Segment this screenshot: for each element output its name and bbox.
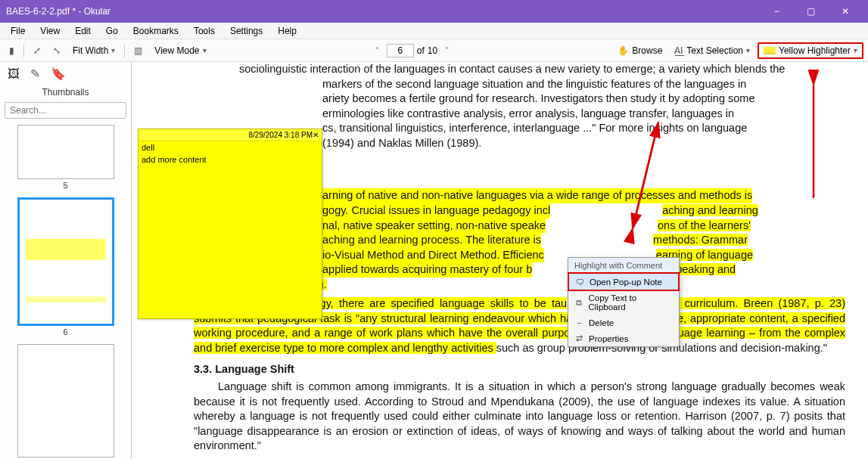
maximize-button[interactable]: ▢ — [794, 0, 828, 23]
zoom-in-button[interactable]: ⤡ — [48, 43, 65, 58]
chevron-up-icon: ˄ — [375, 46, 379, 54]
zoom-in-icon: ⤡ — [53, 45, 61, 56]
browse-tool-button[interactable]: ✋ Browse — [613, 43, 667, 58]
menu-tools[interactable]: Tools — [186, 24, 222, 38]
titlebar: BAES-6-2-2.pdf * - Okular − ▢ ✕ — [0, 0, 868, 23]
context-menu-title: Highlight with Comment — [568, 258, 679, 273]
panel-icon: ▮ — [9, 45, 14, 56]
menu-file[interactable]: File — [3, 24, 33, 38]
bookmark-icon: 🔖 — [51, 67, 66, 80]
heading-3-3: 3.3. Language Shift — [194, 362, 845, 377]
note-author: dell — [138, 141, 322, 154]
hand-icon: ✋ — [618, 45, 629, 56]
menu-settings[interactable]: Settings — [222, 24, 270, 38]
sidebar-tabs: 🖼 ✎ 🔖 — [0, 62, 131, 85]
prev-page-button[interactable]: ˄ — [371, 44, 384, 57]
note-close-button[interactable]: ✕ — [313, 131, 319, 139]
toolbar: ▮ ⤢ ⤡ Fit Width ▾ ▥ View Mode ▾ ˄ of 10 … — [0, 39, 868, 62]
context-properties[interactable]: ⇄ Properties — [568, 330, 679, 346]
browse-label: Browse — [632, 45, 662, 56]
highlighter-tool-button[interactable]: Yellow Highlighter ▾ — [758, 42, 863, 59]
thumbnails-icon: 🖼 — [8, 67, 20, 80]
view-mode-dropdown[interactable]: View Mode ▾ — [150, 43, 210, 58]
note-body[interactable]: add more content — [138, 154, 322, 166]
chevron-down-icon: ▾ — [203, 46, 207, 54]
view-mode-icon: ▥ — [134, 45, 142, 56]
chevron-down-icon: ˅ — [445, 46, 449, 54]
highlighter-swatch-icon — [764, 47, 776, 54]
thumbnail-label: 6 — [5, 327, 126, 336]
next-page-button[interactable]: ˅ — [440, 44, 453, 57]
context-open-popup-note[interactable]: 🗨 Open Pop-up Note — [568, 272, 680, 291]
text-selection-icon: A̲I̲ — [674, 45, 683, 56]
sidebar-title: Thumbnails — [0, 85, 131, 102]
menu-edit[interactable]: Edit — [67, 24, 98, 38]
context-copy-text[interactable]: ⧉ Copy Text to Clipboard — [568, 290, 679, 315]
menu-bar: File View Edit Go Bookmarks Tools Settin… — [0, 23, 868, 39]
delete-icon: − — [574, 318, 584, 327]
page-number-input[interactable] — [387, 44, 414, 57]
close-button[interactable]: ✕ — [828, 0, 862, 23]
thumbnails-tab[interactable]: 🖼 — [8, 67, 20, 81]
text-selection-button[interactable]: A̲I̲ Text Selection ▾ — [670, 43, 754, 58]
page-total: 10 — [428, 45, 437, 56]
thumbnail-page-5[interactable]: 5 — [5, 125, 126, 190]
zoom-mode-label: Fit Width — [73, 45, 108, 56]
pencil-icon: ✎ — [30, 67, 40, 80]
properties-icon: ⇄ — [574, 333, 584, 343]
search-input[interactable] — [5, 102, 126, 119]
note-icon: 🗨 — [575, 277, 585, 287]
annotations-tab[interactable]: ✎ — [30, 67, 40, 81]
page-of-label: of — [417, 45, 425, 56]
sidebar: 🖼 ✎ 🔖 Thumbnails 5 6 — [0, 62, 132, 459]
chevron-down-icon: ▾ — [111, 46, 115, 54]
copy-icon: ⧉ — [574, 298, 583, 308]
chevron-down-icon: ▾ — [746, 46, 750, 54]
view-mode-label: View Mode — [154, 45, 199, 56]
menu-go[interactable]: Go — [98, 24, 126, 38]
view-mode-icon-button[interactable]: ▥ — [129, 43, 147, 58]
window-title: BAES-6-2-2.pdf * - Okular — [6, 6, 760, 17]
chevron-down-icon: ▾ — [854, 46, 857, 54]
zoom-out-button[interactable]: ⤢ — [29, 43, 45, 58]
thumbnail-page-6[interactable]: 6 — [5, 197, 126, 336]
minimize-button[interactable]: − — [760, 0, 794, 23]
note-timestamp: 8/29/2024 3:18 PM — [248, 131, 313, 139]
window-buttons: − ▢ ✕ — [760, 0, 862, 23]
menu-bookmarks[interactable]: Bookmarks — [126, 24, 186, 38]
bookmarks-tab[interactable]: 🔖 — [51, 67, 66, 81]
main-area: 🖼 ✎ 🔖 Thumbnails 5 6 sociolinguisti — [0, 62, 868, 459]
thumbnail-page-7[interactable] — [5, 344, 126, 457]
zoom-out-icon: ⤢ — [33, 45, 41, 56]
menu-help[interactable]: Help — [270, 24, 304, 38]
panel-toggle-button[interactable]: ▮ — [5, 43, 19, 58]
text-selection-label: Text Selection — [686, 45, 743, 56]
thumbnails-list: 5 6 — [0, 123, 131, 459]
popup-note[interactable]: 8/29/2024 3:18 PM ✕ dell add more conten… — [138, 129, 322, 319]
annotation-context-menu: Highlight with Comment 🗨 Open Pop-up Not… — [568, 257, 680, 347]
thumbnail-label: 5 — [5, 181, 126, 190]
sidebar-search — [5, 102, 126, 119]
menu-view[interactable]: View — [33, 24, 67, 38]
zoom-mode-dropdown[interactable]: Fit Width ▾ — [68, 43, 120, 58]
context-delete[interactable]: − Delete — [568, 315, 679, 330]
highlighter-label: Yellow Highlighter — [779, 45, 851, 56]
